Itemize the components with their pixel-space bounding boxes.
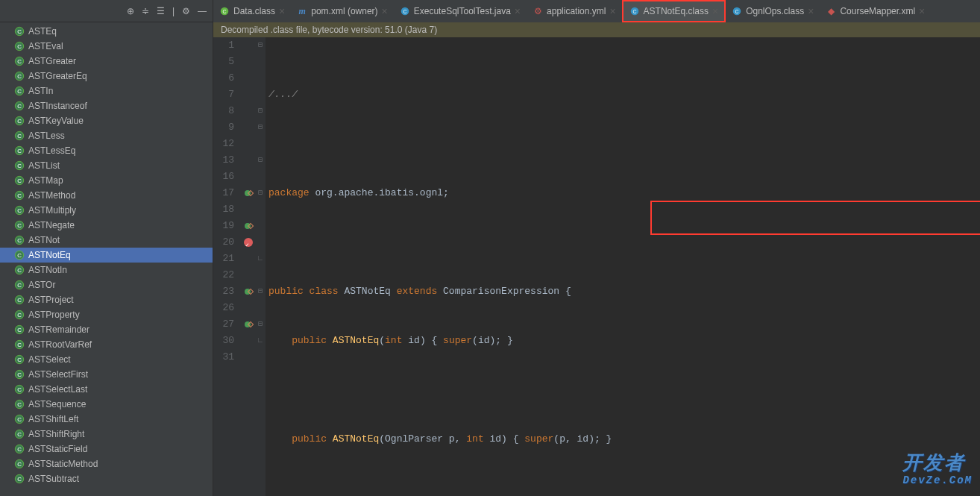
class-icon: C xyxy=(13,324,25,336)
tree-item-astin[interactable]: CASTIn xyxy=(0,84,213,98)
fold-toggle[interactable]: ∟ xyxy=(255,251,266,267)
marker-cell[interactable] xyxy=(242,37,255,54)
tree-item-astnegate[interactable]: CASTNegate xyxy=(0,218,213,233)
marker-cell[interactable] xyxy=(242,234,255,251)
close-icon[interactable]: × xyxy=(609,6,615,16)
marker-cell[interactable] xyxy=(242,103,255,119)
fold-toggle[interactable]: ⊟ xyxy=(255,103,266,119)
close-icon[interactable]: × xyxy=(808,6,814,16)
fold-column[interactable]: ⊟⊟⊟⊟⊟∟⊟⊟∟ xyxy=(255,37,266,496)
class-tree[interactable]: CASTEqCASTEvalCASTGreaterCASTGreaterEqCA… xyxy=(0,22,213,496)
marker-cell[interactable] xyxy=(242,333,255,349)
tree-item-astmap[interactable]: CASTMap xyxy=(0,173,213,188)
fold-toggle[interactable] xyxy=(255,169,266,185)
tree-item-astnotin[interactable]: CASTNotIn xyxy=(0,263,213,277)
fold-toggle[interactable] xyxy=(255,300,266,316)
tree-item-astproject[interactable]: CASTProject xyxy=(0,292,213,307)
collapse-icon[interactable]: ☰ xyxy=(157,6,165,16)
fold-toggle[interactable] xyxy=(255,70,266,87)
close-icon[interactable]: × xyxy=(515,6,521,16)
marker-cell[interactable] xyxy=(242,349,255,365)
tab-ognlops-class[interactable]: COgnlOps.class× xyxy=(726,0,820,22)
fold-toggle[interactable] xyxy=(255,349,266,365)
marker-cell[interactable] xyxy=(242,136,255,152)
marker-cell[interactable] xyxy=(242,218,255,234)
expand-icon[interactable]: ≑ xyxy=(142,6,149,16)
fold-toggle[interactable] xyxy=(255,267,266,283)
fold-toggle[interactable] xyxy=(255,218,266,234)
marker-column[interactable] xyxy=(242,37,255,496)
tab-astnoteq-class[interactable]: CASTNotEq.class× xyxy=(622,0,726,22)
fold-toggle[interactable]: ⊟ xyxy=(255,119,266,136)
tree-item-astlist[interactable]: CASTList xyxy=(0,158,213,173)
marker-cell[interactable] xyxy=(242,316,255,333)
marker-cell[interactable] xyxy=(242,152,255,169)
tree-item-astproperty[interactable]: CASTProperty xyxy=(0,307,213,322)
tree-item-aststaticfield[interactable]: CASTStaticField xyxy=(0,442,213,456)
tree-item-astrootvarref[interactable]: CASTRootVarRef xyxy=(0,337,213,352)
tree-item-astmethod[interactable]: CASTMethod xyxy=(0,188,213,203)
close-icon[interactable]: × xyxy=(382,6,388,16)
tree-item-aststaticmethod[interactable]: CASTStaticMethod xyxy=(0,456,213,471)
fold-toggle[interactable] xyxy=(255,234,266,251)
close-icon[interactable]: × xyxy=(919,6,925,16)
marker-cell[interactable] xyxy=(242,283,255,300)
marker-cell[interactable] xyxy=(242,70,255,87)
tree-item-astor[interactable]: CASTOr xyxy=(0,277,213,292)
tree-item-astselectfirst[interactable]: CASTSelectFirst xyxy=(0,367,213,382)
tree-item-astgreatereq[interactable]: CASTGreaterEq xyxy=(0,69,213,84)
tree-item-astnoteq[interactable]: CASTNotEq xyxy=(0,248,213,263)
tab-pom-xml--owner-[interactable]: mpom.xml (owner)× xyxy=(291,0,394,22)
tree-item-astlesseq[interactable]: CASTLessEq xyxy=(0,143,213,158)
fold-toggle[interactable]: ⊟ xyxy=(255,152,266,169)
fold-toggle[interactable]: ⊟ xyxy=(255,37,266,54)
code-content[interactable]: /.../ package org.apache.ibatis.ognl; pu… xyxy=(266,37,980,496)
tree-item-astless[interactable]: CASTLess xyxy=(0,128,213,143)
tree-item-astgreater[interactable]: CASTGreater xyxy=(0,54,213,69)
tree-item-astshiftleft[interactable]: CASTShiftLeft xyxy=(0,412,213,427)
marker-cell[interactable] xyxy=(242,119,255,136)
close-icon[interactable]: × xyxy=(279,6,285,16)
marker-cell[interactable] xyxy=(242,185,255,201)
tab-application-yml[interactable]: ⚙application.yml× xyxy=(527,0,622,22)
fold-toggle[interactable]: ⊟ xyxy=(255,283,266,300)
marker-cell[interactable] xyxy=(242,267,255,283)
tree-item-asteval[interactable]: CASTEval xyxy=(0,39,213,54)
marker-cell[interactable] xyxy=(242,54,255,70)
tree-item-asteq[interactable]: CASTEq xyxy=(0,24,213,39)
close-icon[interactable]: × xyxy=(712,6,718,16)
tab-data-class[interactable]: CData.class× xyxy=(213,0,291,22)
tree-item-astshiftright[interactable]: CASTShiftRight xyxy=(0,427,213,442)
tab-executesqltooltest-java[interactable]: CExecuteSqlToolTest.java× xyxy=(394,0,527,22)
breakpoint-icon[interactable] xyxy=(244,238,253,247)
tree-item-astsubtract[interactable]: CASTSubtract xyxy=(0,471,213,486)
fold-toggle[interactable]: ∟ xyxy=(255,333,266,349)
marker-cell[interactable] xyxy=(242,201,255,218)
tree-item-astselect[interactable]: CASTSelect xyxy=(0,352,213,367)
marker-cell[interactable] xyxy=(242,300,255,316)
fold-toggle[interactable]: ⊟ xyxy=(255,316,266,333)
gear-icon[interactable]: ⚙ xyxy=(182,6,190,16)
fold-toggle[interactable]: ⊟ xyxy=(255,185,266,201)
fold-toggle[interactable] xyxy=(255,54,266,70)
marker-cell[interactable] xyxy=(242,87,255,103)
marker-cell[interactable] xyxy=(242,169,255,185)
tree-item-label: ASTLessEq xyxy=(28,145,75,156)
class-icon: C xyxy=(13,234,25,246)
tree-item-astmultiply[interactable]: CASTMultiply xyxy=(0,203,213,218)
tree-item-astselectlast[interactable]: CASTSelectLast xyxy=(0,382,213,397)
tree-item-astnot[interactable]: CASTNot xyxy=(0,233,213,248)
tree-item-label: ASTMultiply xyxy=(28,205,76,216)
tree-item-astkeyvalue[interactable]: CASTKeyValue xyxy=(0,113,213,128)
tree-item-astsequence[interactable]: CASTSequence xyxy=(0,397,213,412)
fold-toggle[interactable] xyxy=(255,136,266,152)
minimize-icon[interactable]: — xyxy=(198,6,207,16)
fold-toggle[interactable] xyxy=(255,201,266,218)
crosshair-icon[interactable]: ⊕ xyxy=(127,6,134,16)
fold-toggle[interactable] xyxy=(255,87,266,103)
tree-item-astinstanceof[interactable]: CASTInstanceof xyxy=(0,98,213,113)
tree-item-astremainder[interactable]: CASTRemainder xyxy=(0,322,213,337)
svg-text:C: C xyxy=(17,282,22,289)
tab-coursemapper-xml[interactable]: ◆CourseMapper.xml× xyxy=(820,0,931,22)
code-editor[interactable]: 1567891213161718192021222326273031 ⊟⊟⊟⊟⊟… xyxy=(213,37,980,496)
